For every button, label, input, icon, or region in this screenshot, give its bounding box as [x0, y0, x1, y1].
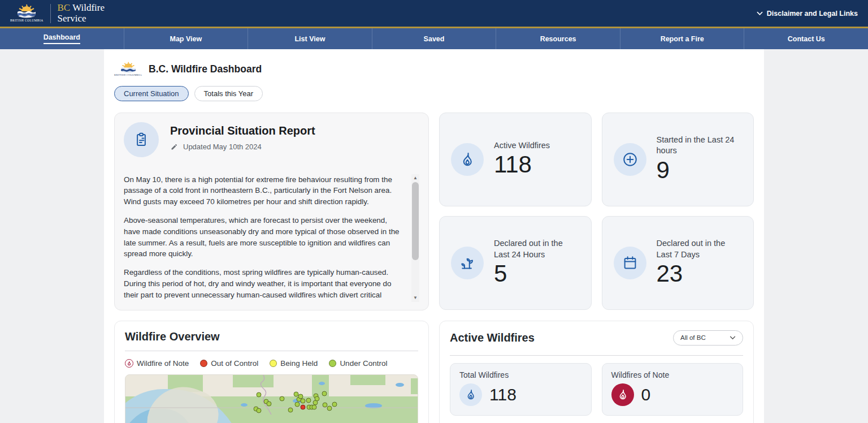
stats-grid: Active Wildfires 118 Started in the Last…	[439, 113, 754, 310]
legend-item-out-of-control: Out of Control	[200, 359, 258, 368]
brand-wordmark: BC Wildfire Service	[58, 3, 105, 24]
total-wildfires-label: Total Wildfires	[459, 370, 582, 379]
nav-item-label: Saved	[424, 35, 445, 43]
active-wildfires-cards: Total Wildfires 118 Wildfires of Note	[450, 363, 743, 416]
main-nav: DashboardMap ViewList ViewSavedResources…	[0, 28, 868, 49]
sprout-icon	[459, 254, 476, 271]
stat-value: 23	[657, 260, 743, 287]
flame-badge	[459, 383, 482, 406]
dashboard-page: BRITISH COLUMBIA B.C. Wildfire Dashboard…	[104, 49, 764, 423]
nav-item-list-view[interactable]: List View	[248, 28, 372, 49]
legend-item-being-held: Being Held	[270, 359, 318, 368]
stat-icon-badge	[614, 247, 646, 279]
legend-label: Out of Control	[211, 359, 258, 368]
wildfire-marker-under-control[interactable]	[332, 402, 337, 407]
bottom-grid: Wildfire Overview Wildfire of NoteOut of…	[114, 321, 754, 423]
divider	[450, 355, 743, 356]
header-divider	[50, 4, 51, 23]
stat-label: Active Wildfires	[494, 140, 550, 152]
bc-sun-crest-icon	[119, 62, 138, 74]
chevron-down-icon	[730, 336, 736, 340]
stat-label: Declared out in the Last 24 Hours	[494, 238, 580, 260]
wildfire-overview-title: Wildfire Overview	[125, 330, 418, 343]
wildfire-marker-under-control[interactable]	[280, 396, 285, 401]
wildfires-of-note-value: 0	[641, 385, 651, 404]
wildfire-marker-under-control[interactable]	[257, 408, 262, 413]
flame-icon	[459, 151, 476, 168]
page-title: B.C. Wildfire Dashboard	[149, 63, 262, 75]
wildfires-of-note-label: Wildfires of Note	[611, 370, 734, 379]
wildfire-marker-under-control[interactable]	[295, 402, 300, 407]
scrollbar-thumb[interactable]	[412, 182, 419, 260]
bc-government-logo: BRITISH COLUMBIA	[10, 4, 44, 23]
disclaimer-legal-links[interactable]: Disclaimer and Legal Links	[757, 10, 858, 18]
scroll-up-arrow-icon[interactable]: ▲	[411, 174, 419, 182]
nav-item-map-view[interactable]: Map View	[124, 28, 248, 49]
total-wildfires-card: Total Wildfires 118	[450, 363, 592, 416]
nav-item-dashboard[interactable]: Dashboard	[0, 28, 124, 49]
report-paragraph: Regardless of the conditions, most sprin…	[124, 267, 405, 301]
legend-label: Being Held	[280, 359, 318, 368]
report-body: On May 10, there is a high potential for…	[124, 174, 419, 302]
view-tabs: Current Situation Totals this Year	[114, 86, 754, 101]
app-header: BRITISH COLUMBIA BC Wildfire Service Dis…	[0, 0, 868, 28]
report-title: Provincial Situation Report	[170, 124, 315, 137]
being-held-dot-icon	[270, 360, 277, 367]
tab-current-situation[interactable]: Current Situation	[114, 86, 189, 101]
report-title-block: Provincial Situation Report Updated May …	[170, 122, 315, 157]
wildfire-marker-under-control[interactable]	[301, 398, 306, 403]
plus-circle-icon	[622, 151, 639, 168]
stat-card-declared-out-24h: Declared out in the Last 24 Hours 5	[439, 216, 592, 310]
logo-caption: BRITISH COLUMBIA	[10, 19, 44, 23]
wildfire-marker-under-control[interactable]	[257, 392, 262, 397]
logo-caption: BRITISH COLUMBIA	[114, 74, 142, 77]
pencil-icon	[170, 143, 179, 151]
wildfire-marker-out-of-control[interactable]	[301, 404, 306, 409]
active-wildfires-panel: Active Wildfires All of BC Total Wildfir…	[439, 321, 754, 423]
legend-item-wildfire-of-note: Wildfire of Note	[125, 359, 189, 368]
stat-value: 5	[494, 260, 580, 287]
nav-item-contact-us[interactable]: Contact Us	[744, 28, 868, 49]
nav-item-label: Resources	[540, 35, 576, 43]
nav-item-label: Contact Us	[788, 35, 825, 43]
report-scrollbar[interactable]: ▲ ▼	[411, 174, 419, 302]
wildfire-marker-under-control[interactable]	[322, 391, 327, 396]
report-header: Provincial Situation Report Updated May …	[124, 122, 419, 157]
wildfire-marker-under-control[interactable]	[288, 407, 293, 412]
wildfire-overview-panel: Wildfire Overview Wildfire of NoteOut of…	[114, 321, 429, 423]
stat-icon-badge	[614, 143, 646, 176]
bc-government-logo-small: BRITISH COLUMBIA	[114, 62, 142, 77]
total-wildfires-value: 118	[489, 385, 517, 404]
wildfire-marker-under-control[interactable]	[312, 404, 317, 409]
scroll-down-arrow-icon[interactable]: ▼	[411, 294, 419, 302]
legal-links-label: Disclaimer and Legal Links	[767, 10, 858, 18]
out-of-control-dot-icon	[200, 360, 207, 367]
stat-value: 118	[494, 151, 550, 178]
stat-icon-badge	[451, 143, 484, 176]
page-title-row: BRITISH COLUMBIA B.C. Wildfire Dashboard	[114, 62, 754, 77]
stat-label: Started in the Last 24 hours	[657, 135, 743, 157]
bc-sun-crest-icon	[15, 4, 38, 19]
region-filter-select[interactable]: All of BC	[673, 330, 743, 346]
wildfire-marker-under-control[interactable]	[327, 405, 332, 411]
tab-totals-this-year[interactable]: Totals this Year	[194, 86, 263, 101]
report-text[interactable]: On May 10, there is a high potential for…	[124, 174, 419, 302]
wildfires-of-note-card: Wildfires of Note 0	[602, 363, 744, 416]
nav-item-saved[interactable]: Saved	[372, 28, 496, 49]
active-wildfires-header: Active Wildfires All of BC	[450, 330, 743, 346]
stat-icon-badge	[451, 247, 484, 279]
report-updated-label: Updated May 10th 2024	[183, 143, 262, 151]
wildfire-map[interactable]	[125, 374, 418, 423]
nav-item-resources[interactable]: Resources	[496, 28, 620, 49]
total-wildfires-row: 118	[459, 383, 582, 406]
clipboard-icon	[133, 131, 150, 148]
nav-item-report-a-fire[interactable]: Report a Fire	[620, 28, 744, 49]
flame-icon	[617, 389, 629, 401]
legend-label: Wildfire of Note	[137, 359, 189, 368]
stat-card-started-24h: Started in the Last 24 hours 9	[602, 113, 754, 206]
wildfire-marker-under-control[interactable]	[313, 400, 318, 405]
flame-icon	[465, 389, 477, 401]
wildfire-marker-under-control[interactable]	[306, 398, 311, 403]
wildfire-marker-under-control[interactable]	[267, 401, 272, 406]
stat-card-active-wildfires: Active Wildfires 118	[439, 113, 592, 206]
